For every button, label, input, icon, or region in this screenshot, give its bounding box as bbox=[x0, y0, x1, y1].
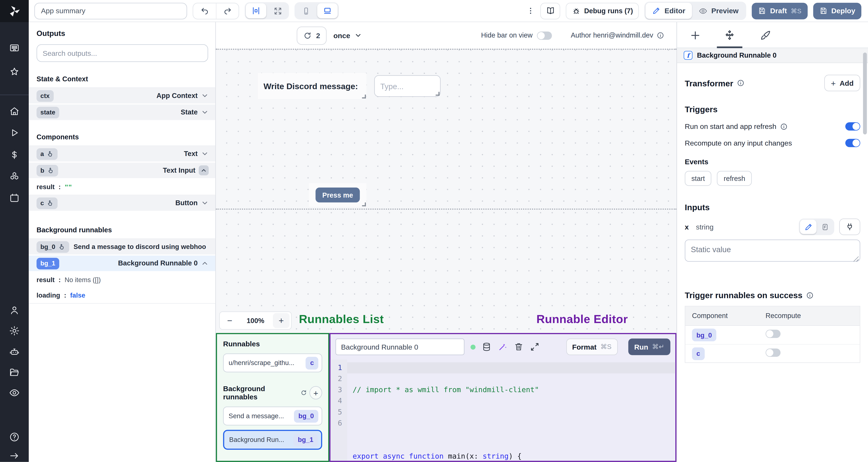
resources-cubes-icon[interactable] bbox=[9, 171, 20, 182]
component-settings-tab-icon[interactable] bbox=[723, 29, 736, 41]
component-row-c[interactable]: c Button bbox=[29, 195, 215, 212]
expand-editor-icon[interactable] bbox=[530, 342, 540, 352]
format-button[interactable]: Format ⌘S bbox=[566, 338, 617, 355]
add-transformer-button[interactable]: + Add bbox=[824, 75, 860, 91]
run-on-start-toggle[interactable] bbox=[845, 122, 860, 131]
code-editor[interactable]: 1 2 3 4 5 6 // import * as wmill from "w… bbox=[331, 360, 675, 461]
deploy-save-icon bbox=[819, 7, 828, 15]
app-summary-input[interactable] bbox=[34, 2, 187, 19]
styling-brush-tab-icon[interactable] bbox=[760, 29, 772, 41]
kebab-menu-icon[interactable] bbox=[527, 7, 535, 15]
hide-bar-toggle[interactable] bbox=[537, 31, 552, 39]
collapse-button[interactable] bbox=[199, 165, 209, 175]
deploy-button[interactable]: Deploy bbox=[813, 2, 861, 19]
collapse-arrow-icon[interactable] bbox=[9, 450, 20, 461]
info-icon[interactable] bbox=[737, 79, 744, 87]
resize-handle[interactable] bbox=[362, 95, 366, 98]
add-background-runnable-button[interactable]: + bbox=[309, 386, 322, 399]
text-input-component[interactable]: Type... bbox=[374, 75, 441, 97]
mobile-view-button[interactable] bbox=[296, 3, 316, 18]
folders-icon[interactable] bbox=[9, 367, 20, 378]
draft-button[interactable]: Draft ⌘S bbox=[752, 2, 808, 19]
pointer-hand-icon bbox=[47, 199, 54, 207]
ai-wand-icon[interactable] bbox=[498, 342, 508, 352]
chevron-down-icon[interactable] bbox=[201, 150, 209, 158]
press-me-button[interactable]: Press me bbox=[315, 188, 360, 202]
refresh-event-pill[interactable]: refresh bbox=[717, 171, 752, 186]
resize-handle[interactable] bbox=[436, 92, 439, 96]
c-recompute-toggle[interactable] bbox=[766, 348, 780, 356]
zoom-out-button[interactable]: − bbox=[221, 313, 238, 328]
apps-icon[interactable] bbox=[9, 42, 20, 54]
editor-tab-label: Editor bbox=[664, 7, 685, 15]
favorites-star-icon[interactable] bbox=[9, 66, 20, 77]
runs-play-icon[interactable] bbox=[9, 127, 20, 138]
c-badge[interactable]: c bbox=[692, 347, 705, 360]
desktop-view-button[interactable] bbox=[317, 3, 338, 18]
chevron-down-icon[interactable] bbox=[201, 92, 209, 100]
component-row-b[interactable]: b Text Input bbox=[29, 163, 215, 179]
centered-layout-button[interactable] bbox=[246, 3, 266, 18]
component-row-a[interactable]: a Text bbox=[29, 146, 215, 163]
insert-component-tab-plus-icon[interactable] bbox=[689, 29, 702, 41]
variables-dollar-icon[interactable] bbox=[9, 150, 20, 160]
redo-button[interactable] bbox=[216, 3, 239, 19]
bg0-label: Send a message... bbox=[229, 412, 291, 420]
runnable-item-bg0[interactable]: Send a message... bg_0 bbox=[223, 406, 322, 425]
bg0-row[interactable]: bg_0 Send a message to discord using web… bbox=[29, 239, 215, 256]
editor-tab[interactable]: Editor bbox=[646, 3, 692, 19]
chevron-down-icon[interactable] bbox=[201, 199, 209, 207]
state-badge: state bbox=[37, 106, 59, 118]
resize-handle[interactable] bbox=[362, 202, 366, 206]
home-icon[interactable] bbox=[9, 106, 20, 117]
debug-runs-button[interactable]: Debug runs (7) bbox=[566, 2, 639, 19]
help-icon[interactable] bbox=[9, 431, 20, 442]
preview-tab[interactable]: Preview bbox=[692, 3, 745, 19]
start-event-pill[interactable]: start bbox=[685, 171, 711, 186]
schedules-calendar-icon[interactable] bbox=[9, 193, 20, 204]
recompute-toggle[interactable] bbox=[845, 139, 860, 147]
chevron-up-icon[interactable] bbox=[201, 259, 209, 267]
bg0-recompute-toggle[interactable] bbox=[766, 330, 780, 338]
users-icon[interactable] bbox=[9, 305, 20, 316]
text-component[interactable]: Write Discord message: bbox=[258, 73, 367, 99]
zoom-in-button[interactable]: + bbox=[273, 313, 289, 328]
static-mode-button[interactable] bbox=[800, 220, 816, 234]
runnable-item-bg1-selected[interactable]: Background Run... bg_1 bbox=[223, 430, 322, 450]
info-icon[interactable] bbox=[657, 32, 664, 39]
audit-eye-icon[interactable] bbox=[9, 387, 20, 398]
runnable-item-script[interactable]: u/henri/scrape_githu... c bbox=[223, 354, 322, 372]
refresh-count-button[interactable]: 2 bbox=[297, 26, 327, 44]
output-row-state[interactable]: state State bbox=[29, 105, 215, 121]
workers-robot-icon[interactable] bbox=[9, 346, 20, 357]
fullscreen-layout-button[interactable] bbox=[268, 3, 288, 18]
selected-runnable-title: Background Runnable 0 bbox=[697, 52, 777, 59]
run-button[interactable]: Run ⌘↵ bbox=[628, 338, 670, 355]
result-value: No items ([]) bbox=[64, 276, 101, 284]
panel-scrollbar[interactable] bbox=[863, 53, 867, 134]
button-component-wrapper[interactable]: Press me bbox=[309, 183, 367, 207]
app-canvas[interactable]: Write Discord message: Type... Press me … bbox=[216, 48, 676, 333]
search-outputs-input[interactable] bbox=[37, 44, 208, 62]
draft-shortcut: ⌘S bbox=[791, 7, 802, 15]
docs-button[interactable] bbox=[540, 2, 560, 19]
static-value-input[interactable] bbox=[685, 239, 860, 262]
info-icon[interactable] bbox=[780, 123, 787, 130]
undo-button[interactable] bbox=[193, 3, 216, 19]
frequency-dropdown[interactable]: once bbox=[333, 31, 362, 39]
output-row-ctx[interactable]: ctx App Context bbox=[29, 88, 215, 105]
settings-gear-icon[interactable] bbox=[9, 325, 20, 336]
line-number: 5 bbox=[331, 406, 342, 418]
chevron-down-icon[interactable] bbox=[201, 108, 209, 116]
runnable-name-input[interactable] bbox=[336, 338, 465, 355]
cache-database-icon[interactable] bbox=[482, 342, 492, 352]
bg0-badge[interactable]: bg_0 bbox=[692, 329, 716, 341]
pointer-hand-icon bbox=[58, 243, 65, 251]
runnable-path: u/henri/scrape_githu... bbox=[229, 359, 302, 367]
windmill-logo[interactable] bbox=[0, 0, 29, 22]
bg1-row-selected[interactable]: bg_1 Background Runnable 0 bbox=[29, 256, 215, 272]
eval-mode-button[interactable] bbox=[816, 220, 833, 234]
connect-plug-button[interactable] bbox=[839, 219, 860, 235]
info-icon[interactable] bbox=[806, 291, 813, 299]
delete-trash-icon[interactable] bbox=[514, 342, 524, 352]
